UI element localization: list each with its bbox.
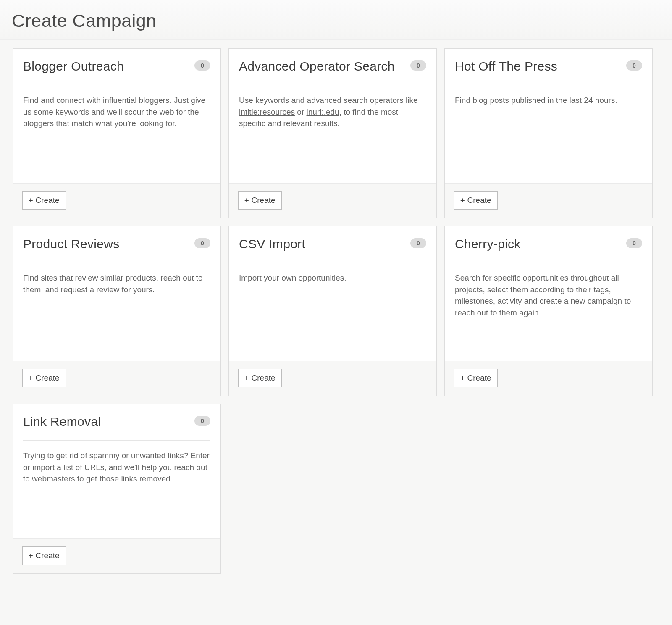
- card-footer: + Create: [229, 183, 436, 218]
- card-title: Advanced Operator Search: [239, 59, 395, 74]
- card-product-reviews: Product Reviews 0 Find sites that review…: [13, 226, 221, 396]
- card-footer: + Create: [13, 361, 220, 396]
- count-badge: 0: [410, 60, 426, 71]
- card-head: CSV Import 0: [239, 236, 426, 263]
- card-body: Advanced Operator Search 0 Use keywords …: [229, 49, 436, 183]
- desc-underline-2: inurl:.edu: [307, 108, 339, 116]
- count-badge: 0: [194, 416, 210, 426]
- card-body: Cherry-pick 0 Search for specific opport…: [445, 226, 652, 361]
- card-title: CSV Import: [239, 236, 305, 252]
- desc-text: or: [295, 108, 306, 116]
- card-footer: + Create: [445, 361, 652, 396]
- card-head: Cherry-pick 0: [455, 236, 642, 263]
- card-footer: + Create: [445, 183, 652, 218]
- plus-icon: +: [244, 197, 249, 204]
- create-button[interactable]: + Create: [22, 191, 66, 210]
- card-link-removal: Link Removal 0 Trying to get rid of spam…: [13, 404, 221, 574]
- card-blogger-outreach: Blogger Outreach 0 Find and connect with…: [13, 48, 221, 218]
- card-advanced-operator-search: Advanced Operator Search 0 Use keywords …: [228, 48, 437, 218]
- create-button[interactable]: + Create: [454, 191, 498, 210]
- create-button[interactable]: + Create: [238, 369, 282, 387]
- card-description: Find sites that review similar products,…: [23, 272, 210, 295]
- card-head: Link Removal 0: [23, 414, 210, 441]
- page-header: Create Campaign: [0, 0, 672, 40]
- card-body: Link Removal 0 Trying to get rid of spam…: [13, 404, 220, 538]
- card-title: Link Removal: [23, 414, 101, 429]
- card-head: Product Reviews 0: [23, 236, 210, 263]
- count-badge: 0: [194, 238, 210, 248]
- card-csv-import: CSV Import 0 Import your own opportuniti…: [228, 226, 437, 396]
- card-footer: + Create: [13, 183, 220, 218]
- page-title: Create Campaign: [12, 11, 660, 31]
- plus-icon: +: [29, 197, 33, 204]
- card-description: Use keywords and advanced search operato…: [239, 95, 426, 129]
- plus-icon: +: [460, 374, 465, 382]
- card-title: Hot Off The Press: [455, 59, 557, 74]
- page: Create Campaign Blogger Outreach 0 Find …: [0, 0, 672, 625]
- desc-text: Use keywords and advanced search operato…: [239, 96, 418, 105]
- card-description: Import your own opportunities.: [239, 272, 426, 284]
- create-button-label: Create: [36, 551, 60, 560]
- card-title: Cherry-pick: [455, 236, 521, 252]
- card-hot-off-the-press: Hot Off The Press 0 Find blog posts publ…: [444, 48, 653, 218]
- create-button-label: Create: [467, 196, 491, 205]
- card-body: Product Reviews 0 Find sites that review…: [13, 226, 220, 361]
- card-description: Trying to get rid of spammy or unwanted …: [23, 450, 210, 485]
- create-button[interactable]: + Create: [22, 546, 66, 565]
- count-badge: 0: [410, 238, 426, 248]
- create-button-label: Create: [252, 373, 276, 383]
- card-title: Product Reviews: [23, 236, 120, 252]
- plus-icon: +: [29, 552, 33, 559]
- card-footer: + Create: [229, 361, 436, 396]
- card-footer: + Create: [13, 538, 220, 573]
- card-head: Blogger Outreach 0: [23, 59, 210, 85]
- count-badge: 0: [626, 238, 642, 248]
- card-body: Hot Off The Press 0 Find blog posts publ…: [445, 49, 652, 183]
- card-description: Find blog posts published in the last 24…: [455, 95, 642, 106]
- card-body: CSV Import 0 Import your own opportuniti…: [229, 226, 436, 361]
- count-badge: 0: [626, 60, 642, 71]
- card-description: Find and connect with influential blogge…: [23, 95, 210, 129]
- card-description: Search for specific opportunities throug…: [455, 272, 642, 318]
- create-button[interactable]: + Create: [454, 369, 498, 387]
- plus-icon: +: [244, 374, 249, 382]
- plus-icon: +: [460, 197, 465, 204]
- create-button-label: Create: [467, 373, 491, 383]
- count-badge: 0: [194, 60, 210, 71]
- card-cherry-pick: Cherry-pick 0 Search for specific opport…: [444, 226, 653, 396]
- card-head: Hot Off The Press 0: [455, 59, 642, 85]
- create-button[interactable]: + Create: [238, 191, 282, 210]
- desc-underline-1: intitle:resources: [239, 108, 295, 116]
- card-title: Blogger Outreach: [23, 59, 124, 74]
- create-button[interactable]: + Create: [22, 369, 66, 387]
- campaign-grid: Blogger Outreach 0 Find and connect with…: [0, 40, 672, 582]
- create-button-label: Create: [252, 196, 276, 205]
- card-head: Advanced Operator Search 0: [239, 59, 426, 85]
- create-button-label: Create: [36, 373, 60, 383]
- card-body: Blogger Outreach 0 Find and connect with…: [13, 49, 220, 183]
- plus-icon: +: [29, 374, 33, 382]
- create-button-label: Create: [36, 196, 60, 205]
